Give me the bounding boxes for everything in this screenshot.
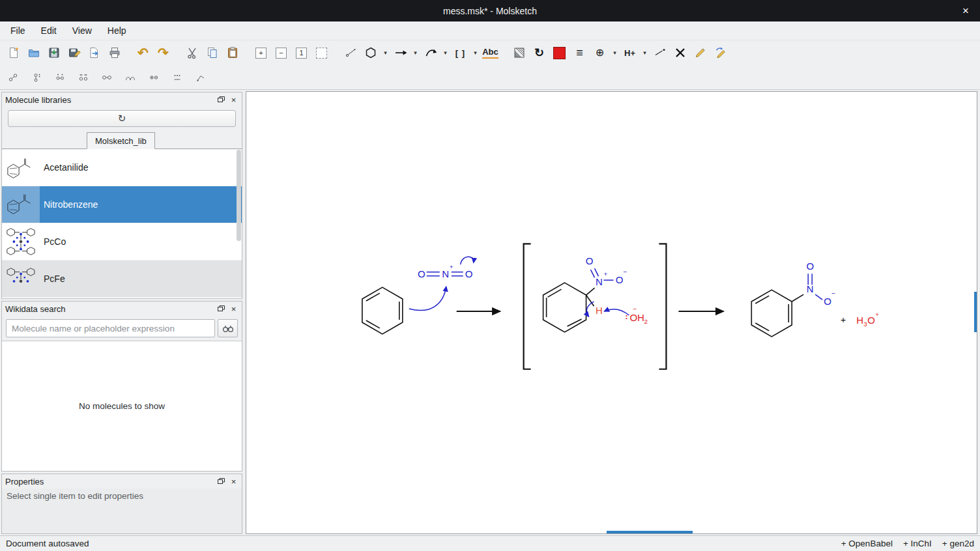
menu-help[interactable]: Help [100, 23, 134, 38]
bracket-tool-dropdown[interactable]: ▾ [470, 43, 480, 63]
list-item-nitrobenzene[interactable]: Nitrobenzene [2, 186, 242, 223]
charge-tool-button[interactable]: ⊕ [590, 43, 610, 63]
intermediate-brackets[interactable] [524, 244, 667, 369]
zoom-original-button[interactable]: 1 [291, 43, 311, 63]
text-tool-icon: Abc [482, 47, 498, 59]
redo-button[interactable]: ↷ [153, 43, 173, 63]
line-width-button[interactable]: ≡ [569, 43, 590, 63]
menu-file[interactable]: File [3, 23, 33, 38]
tab-molsketch-lib[interactable]: Molsketch_lib [87, 132, 155, 149]
bonded-atoms-template-button[interactable] [97, 68, 117, 87]
double-lone-pair-template-button[interactable] [74, 68, 93, 87]
bracket-tool-button[interactable]: [ ] [450, 43, 470, 63]
new-document-button[interactable] [3, 43, 23, 63]
ring-tool-button[interactable] [360, 43, 381, 63]
draw-bond-button[interactable] [340, 43, 360, 63]
delete-button[interactable] [670, 43, 690, 63]
dimer-template-button[interactable] [50, 68, 70, 87]
molecule-thumbnail [2, 186, 40, 223]
atom-label-n: N [807, 283, 814, 294]
zoom-out-button[interactable]: − [271, 43, 291, 63]
hexagon-ring-icon [364, 46, 377, 59]
charge-tool-dropdown[interactable]: ▾ [610, 43, 620, 63]
app-window: mess.msk* - Molsketch × File Edit View H… [0, 0, 980, 551]
molecule-thumbnail [2, 223, 40, 260]
float-panel-icon [218, 96, 225, 103]
zoom-fit-button[interactable] [311, 43, 332, 63]
mechanism-arrow-button[interactable] [420, 43, 440, 63]
reaction-arrow-dropdown[interactable]: ▾ [411, 43, 420, 63]
printer-icon [108, 46, 121, 59]
rotate-button[interactable]: ↻ [529, 43, 549, 63]
hydronium-byproduct[interactable]: + H 3 O + [841, 311, 879, 328]
menu-edit[interactable]: Edit [33, 23, 65, 38]
list-item-pcfe[interactable]: PcFe [2, 261, 242, 298]
hatch-pattern-button[interactable] [509, 43, 529, 63]
mechanism-arrows-step1[interactable] [409, 257, 474, 310]
ring-pair-template-button[interactable] [144, 68, 164, 87]
properties-empty-text: Select single item to edit properties [7, 491, 143, 501]
status-bar: Document autosaved + OpenBabel + InChI +… [0, 535, 980, 551]
libraries-close-button[interactable]: × [227, 94, 240, 106]
plugin-inchi: + InChI [903, 539, 932, 548]
edit-tool-button[interactable] [690, 43, 710, 63]
ring-tool-dropdown[interactable]: ▾ [381, 43, 390, 63]
hydrogen-tool-button[interactable]: H+ [620, 43, 640, 63]
text-tool-button[interactable]: Abc [480, 43, 500, 63]
drawing-canvas[interactable]: O N + O [246, 91, 977, 534]
export-image-button[interactable] [84, 43, 104, 63]
template-toolbar [0, 65, 980, 90]
angled-bond-template-icon [195, 72, 206, 83]
menu-view[interactable]: View [65, 23, 100, 38]
arenium-intermediate[interactable]: O N + O − H [543, 255, 627, 332]
open-file-button[interactable] [23, 43, 44, 63]
save-button[interactable] [44, 43, 64, 63]
lone-pair-template-button[interactable] [27, 68, 46, 87]
charged-pair-template-button[interactable] [167, 68, 187, 87]
wikidata-search-panel: Wikidata search × No molecules to show [1, 301, 242, 472]
orbital-template-button[interactable] [121, 68, 140, 87]
canvas-horizontal-scrollbar[interactable] [607, 531, 693, 533]
hydrogen-tool-dropdown[interactable]: ▾ [640, 43, 650, 63]
color-picker-button[interactable] [549, 43, 569, 63]
benzene-molecule[interactable] [362, 287, 403, 334]
library-list-scrollbar[interactable] [237, 150, 241, 241]
reaction-arrow-button[interactable] [390, 43, 411, 63]
list-item-pcco[interactable]: PcCo [2, 223, 242, 261]
wikidata-float-button[interactable] [215, 303, 227, 315]
search-button[interactable] [218, 319, 238, 337]
molecule-libraries-panel: Molecule libraries × ↻ Molsketch_lib Ace… [1, 92, 242, 299]
wikidata-close-button[interactable]: × [227, 303, 240, 315]
library-tabstrip: Molsketch_lib [2, 131, 242, 149]
properties-panel-header: Properties × [2, 474, 242, 488]
nitrobenzene-product[interactable]: O N O − [751, 261, 835, 337]
wikidata-results-area: No molecules to show [2, 341, 242, 471]
angled-bond-template-button[interactable] [191, 68, 210, 87]
save-as-button[interactable] [64, 43, 84, 63]
mechanism-arrows-step2[interactable] [586, 302, 629, 317]
radical-template-button[interactable] [3, 68, 23, 87]
close-window-button[interactable]: × [951, 0, 980, 21]
mechanism-arrow-dropdown[interactable]: ▾ [440, 43, 450, 63]
refresh-libraries-button[interactable]: ↻ [8, 110, 236, 127]
paste-button[interactable] [222, 43, 242, 63]
lone-pair-tool-button[interactable] [650, 43, 670, 63]
copy-button[interactable] [202, 43, 222, 63]
properties-close-button[interactable]: × [227, 475, 240, 487]
properties-body: Select single item to edit properties [2, 488, 242, 533]
undo-button[interactable]: ↶ [133, 43, 153, 63]
search-input[interactable] [6, 319, 215, 337]
nitronium-ion[interactable]: O N + O [418, 263, 473, 279]
water-nucleophile[interactable]: OH 2 − [626, 305, 648, 325]
molecule-name: Nitrobenzene [40, 199, 98, 210]
zoom-in-button[interactable]: + [251, 43, 271, 63]
mechanism-edit-tool-button[interactable] [710, 43, 730, 63]
canvas-vertical-scrollbar[interactable] [974, 292, 977, 332]
list-item-acetanilide[interactable]: Acetanilide [2, 149, 242, 186]
atom-label-o: O [824, 296, 831, 307]
cut-button[interactable] [182, 43, 202, 63]
print-button[interactable] [104, 43, 124, 63]
properties-float-button[interactable] [215, 475, 227, 487]
libraries-float-button[interactable] [215, 94, 227, 106]
zoom-fit-icon [316, 48, 327, 59]
